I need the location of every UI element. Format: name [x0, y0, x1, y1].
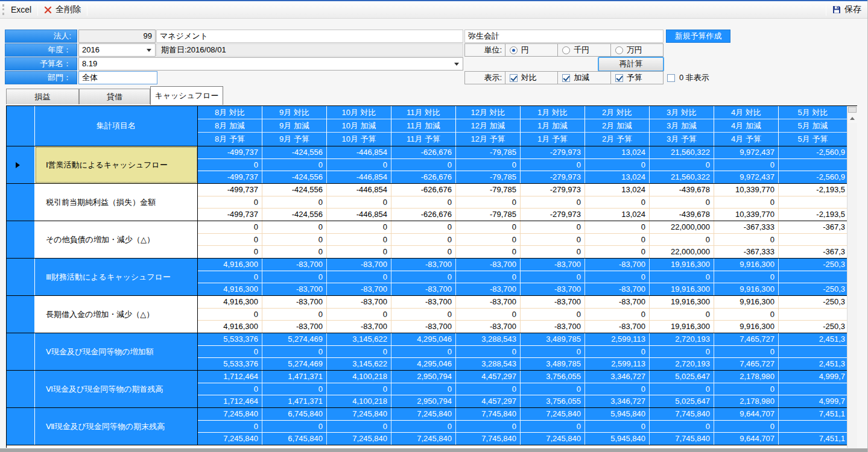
value-cell[interactable]: 4,916,300	[198, 296, 262, 308]
value-cell[interactable]	[779, 234, 847, 246]
row-selector-cell[interactable]	[7, 146, 35, 183]
checkbox-icon[interactable]	[667, 74, 675, 82]
value-cell[interactable]: -79,785	[456, 209, 521, 221]
value-cell[interactable]: -626,676	[391, 209, 456, 221]
value-cell[interactable]: 0	[262, 196, 327, 209]
value-cell[interactable]: 0	[198, 159, 262, 171]
value-cell[interactable]: 2,451,3	[779, 333, 847, 345]
value-cell[interactable]: 0	[327, 234, 391, 246]
value-cell[interactable]	[779, 159, 847, 171]
value-cell[interactable]: -83,700	[585, 259, 650, 271]
value-cell[interactable]: 0	[391, 383, 456, 395]
value-cell[interactable]: -83,700	[391, 321, 456, 333]
value-cell[interactable]: 0	[456, 234, 521, 246]
value-cell[interactable]: 0	[585, 196, 650, 209]
value-cell[interactable]: -424,556	[262, 171, 327, 183]
value-cell[interactable]: 0	[521, 234, 585, 246]
value-cell[interactable]: 0	[456, 383, 521, 395]
value-cell[interactable]: 19,916,300	[650, 259, 714, 271]
value-cell[interactable]: 3,489,785	[521, 358, 585, 370]
value-cell[interactable]: -279,973	[521, 171, 585, 183]
value-cell[interactable]: 0	[262, 383, 327, 395]
value-cell[interactable]: 0	[327, 346, 391, 358]
value-cell[interactable]: 0	[585, 159, 650, 171]
value-cell[interactable]: -83,700	[391, 296, 456, 308]
row-label[interactable]: Ⅵ現金及び現金同等物の期首残高	[35, 371, 198, 407]
value-cell[interactable]: -446,854	[327, 146, 391, 159]
value-cell[interactable]: -83,700	[456, 259, 521, 271]
value-cell[interactable]: 6,745,840	[262, 408, 327, 420]
value-cell[interactable]: 7,245,840	[327, 408, 391, 420]
value-cell[interactable]: 0	[198, 309, 262, 321]
value-cell[interactable]: 9,644,707	[714, 408, 779, 420]
value-cell[interactable]: 0	[198, 221, 262, 233]
value-cell[interactable]: 0	[650, 159, 714, 171]
value-cell[interactable]: 0	[585, 346, 650, 358]
value-cell[interactable]: 0	[262, 309, 327, 321]
value-cell[interactable]: -83,700	[521, 283, 585, 295]
tab-soneki[interactable]: 損益	[6, 89, 79, 104]
row-selector-cell[interactable]	[7, 221, 35, 258]
value-cell[interactable]: 0	[456, 221, 521, 233]
value-cell[interactable]: 0	[714, 383, 779, 395]
value-cell[interactable]: 0	[521, 383, 585, 395]
value-cell[interactable]: 0	[391, 271, 456, 283]
value-cell[interactable]: -83,700	[585, 321, 650, 333]
value-cell[interactable]: 13,024	[585, 171, 650, 183]
value-cell[interactable]: 5,025,647	[650, 371, 714, 383]
value-cell[interactable]: 0	[521, 246, 585, 258]
value-cell[interactable]	[779, 196, 847, 209]
value-cell[interactable]: 0	[714, 346, 779, 358]
row-label[interactable]: その他負債の増加・減少（△）	[35, 221, 198, 258]
value-cell[interactable]: 0	[585, 421, 650, 433]
value-cell[interactable]: 0	[198, 234, 262, 246]
value-cell[interactable]: 0	[521, 221, 585, 233]
value-cell[interactable]: 0	[714, 421, 779, 433]
value-cell[interactable]: 21,560,322	[650, 146, 714, 159]
value-cell[interactable]: -499,737	[198, 146, 262, 159]
value-cell[interactable]: 7,245,840	[521, 433, 585, 445]
value-cell[interactable]: 4,295,046	[391, 333, 456, 345]
value-cell[interactable]: -279,973	[521, 184, 585, 196]
value-cell[interactable]: 5,025,647	[650, 395, 714, 407]
value-cell[interactable]: 0	[327, 421, 391, 433]
value-cell[interactable]: 1,471,371	[262, 395, 327, 407]
value-cell[interactable]: -250,3	[779, 296, 847, 308]
value-cell[interactable]: -499,737	[198, 171, 262, 183]
value-cell[interactable]: -83,700	[521, 296, 585, 308]
value-cell[interactable]: 7,245,840	[198, 433, 262, 445]
corporation-code-field[interactable]: 99	[78, 30, 156, 43]
value-cell[interactable]: 0	[585, 271, 650, 283]
value-cell[interactable]: 0	[198, 271, 262, 283]
value-cell[interactable]: 0	[391, 246, 456, 258]
unit-option-manen[interactable]: 万円	[610, 44, 663, 56]
value-cell[interactable]: -446,854	[327, 209, 391, 221]
row-selector-cell[interactable]	[7, 408, 35, 445]
corporation-name-field[interactable]: マネジメント	[156, 30, 463, 43]
value-cell[interactable]: -439,678	[650, 209, 714, 221]
value-cell[interactable]: 0	[650, 421, 714, 433]
value-cell[interactable]: 0	[714, 159, 779, 171]
value-cell[interactable]: 0	[521, 309, 585, 321]
value-cell[interactable]: -626,676	[391, 146, 456, 159]
value-cell[interactable]: 5,945,840	[585, 408, 650, 420]
value-cell[interactable]: -83,700	[521, 259, 585, 271]
value-cell[interactable]: -83,700	[262, 283, 327, 295]
value-cell[interactable]: 10,339,770	[714, 184, 779, 196]
value-cell[interactable]: 21,560,322	[650, 171, 714, 183]
value-cell[interactable]: 10,339,770	[714, 209, 779, 221]
value-cell[interactable]: 3,288,543	[456, 333, 521, 345]
radio-icon[interactable]	[562, 46, 570, 54]
value-cell[interactable]: 0	[327, 383, 391, 395]
unit-option-yen[interactable]: 円	[505, 44, 557, 56]
value-cell[interactable]: 3,346,727	[585, 371, 650, 383]
unit-option-senen[interactable]: 千円	[557, 44, 610, 56]
value-cell[interactable]: 0	[198, 383, 262, 395]
value-cell[interactable]: 0	[521, 421, 585, 433]
row-label[interactable]: Ⅴ現金及び現金同等物の増加額	[35, 333, 198, 370]
value-cell[interactable]: 4,100,218	[327, 371, 391, 383]
value-cell[interactable]: 2,599,113	[585, 358, 650, 370]
value-cell[interactable]: 1,712,464	[198, 371, 262, 383]
value-cell[interactable]: 0	[198, 421, 262, 433]
excel-export-button[interactable]: Excel	[5, 2, 37, 17]
